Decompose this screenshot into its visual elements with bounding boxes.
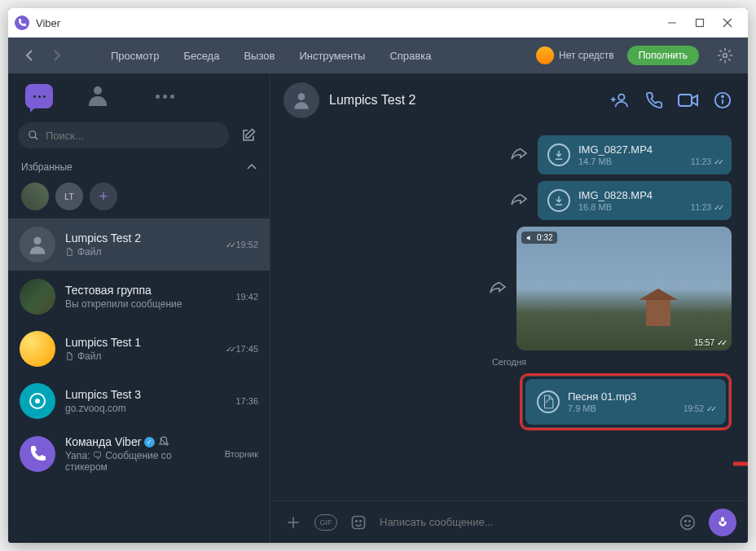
chat-name: Lumpics Test 1 bbox=[65, 336, 216, 349]
chat-list: Lumpics Test 2 Файл ✓✓19:52 Тестовая гру… bbox=[8, 218, 270, 543]
svg-point-11 bbox=[618, 95, 624, 100]
nav-back-button[interactable] bbox=[18, 44, 41, 67]
svg-point-10 bbox=[298, 93, 305, 100]
add-participant-button[interactable] bbox=[608, 88, 632, 112]
file-size: 16.8 MB bbox=[578, 202, 683, 212]
chevron-up-icon bbox=[247, 164, 257, 170]
add-favorite-button[interactable]: + bbox=[90, 183, 117, 210]
chat-item[interactable]: Lumpics Test 1 Файл ✓✓17:45 bbox=[8, 323, 270, 375]
download-icon[interactable] bbox=[547, 189, 570, 212]
svg-point-23 bbox=[360, 520, 362, 522]
menu-view[interactable]: Просмотр bbox=[101, 45, 169, 67]
svg-point-9 bbox=[35, 399, 40, 403]
window-title: Viber bbox=[36, 17, 666, 29]
menu-tools[interactable]: Инструменты bbox=[289, 45, 375, 67]
message-time: 15:57 bbox=[694, 338, 714, 347]
minimize-button[interactable] bbox=[666, 17, 678, 29]
svg-point-25 bbox=[685, 520, 687, 522]
date-divider: Сегодня bbox=[287, 357, 732, 367]
coin-icon bbox=[536, 46, 554, 64]
forward-button[interactable] bbox=[510, 192, 528, 209]
forward-button[interactable] bbox=[489, 280, 507, 298]
favorite-avatar[interactable] bbox=[21, 183, 49, 210]
muted-icon bbox=[158, 436, 169, 447]
video-duration: 0:32 bbox=[521, 231, 557, 244]
chat-preview: Файл bbox=[77, 246, 102, 258]
audio-file-icon bbox=[537, 390, 560, 413]
avatar bbox=[20, 436, 55, 472]
video-call-button[interactable] bbox=[676, 88, 701, 112]
emoji-button[interactable] bbox=[676, 511, 699, 534]
message-time: 11:23 bbox=[691, 203, 711, 212]
favorites-header[interactable]: Избранные bbox=[8, 156, 270, 178]
contact-avatar[interactable] bbox=[284, 82, 319, 118]
menu-chat[interactable]: Беседа bbox=[174, 45, 229, 67]
chat-content: Lumpics Test 2 IMG_0827.MP4 14.7 MB bbox=[270, 73, 748, 543]
svg-point-5 bbox=[29, 131, 36, 138]
menu-help[interactable]: Справка bbox=[380, 45, 441, 67]
titlebar: Viber bbox=[8, 8, 748, 37]
chat-name: Lumpics Test 2 bbox=[65, 231, 216, 245]
chat-item[interactable]: Lumpics Test 3 go.zvooq.com 17:36 bbox=[8, 375, 270, 427]
file-icon bbox=[65, 247, 74, 257]
close-button[interactable] bbox=[722, 17, 733, 29]
chat-name: Команда Viber bbox=[65, 435, 141, 448]
chat-name: Тестовая группа bbox=[65, 284, 226, 297]
sticker-button[interactable] bbox=[347, 511, 370, 534]
search-box[interactable] bbox=[18, 122, 229, 148]
file-icon bbox=[65, 351, 74, 361]
tab-more[interactable] bbox=[148, 80, 181, 112]
svg-point-26 bbox=[689, 520, 691, 522]
chat-time: 19:52 bbox=[235, 240, 258, 249]
message-time: 11:23 bbox=[691, 157, 711, 166]
favorite-avatar[interactable]: LT bbox=[55, 183, 83, 210]
read-checks-icon: ✓✓ bbox=[717, 338, 725, 347]
info-button[interactable] bbox=[710, 88, 735, 112]
download-icon[interactable] bbox=[547, 143, 570, 166]
menu-call[interactable]: Вызов bbox=[234, 45, 284, 67]
attach-button[interactable] bbox=[282, 511, 305, 534]
chat-time: 17:45 bbox=[235, 344, 258, 354]
svg-point-4 bbox=[723, 54, 727, 58]
file-message[interactable]: IMG_0827.MP4 14.7 MB 11:23✓✓ bbox=[538, 135, 732, 174]
video-message[interactable]: 0:32 15:57✓✓ bbox=[516, 227, 732, 350]
balance-indicator[interactable]: Нет средств bbox=[536, 46, 614, 64]
nav-forward-button[interactable] bbox=[46, 44, 68, 67]
chat-item[interactable]: Lumpics Test 2 Файл ✓✓19:52 bbox=[8, 218, 270, 271]
svg-point-22 bbox=[356, 520, 358, 522]
highlighted-message: Песня 01.mp3 7.9 MB 19:52✓✓ bbox=[520, 373, 732, 430]
tab-contacts[interactable] bbox=[81, 80, 114, 112]
topup-button[interactable]: Пополнить bbox=[627, 46, 699, 65]
maximize-button[interactable] bbox=[694, 17, 705, 29]
balance-label: Нет средств bbox=[559, 50, 614, 61]
verified-icon: ✓ bbox=[144, 437, 155, 447]
chat-preview: Вы открепили сообщение bbox=[65, 298, 226, 310]
message-time: 19:52 bbox=[683, 404, 704, 413]
settings-button[interactable] bbox=[712, 42, 738, 68]
tab-chats[interactable] bbox=[23, 80, 55, 112]
compose-button[interactable] bbox=[237, 124, 260, 147]
sidebar: Избранные LT + Lumpics Test 2 Файл ✓✓19:… bbox=[8, 73, 270, 543]
search-input[interactable] bbox=[46, 130, 219, 142]
message-input[interactable] bbox=[380, 516, 666, 528]
chat-preview: Yana: 🗨 Сообщение со стикером bbox=[65, 450, 215, 473]
contact-name[interactable]: Lumpics Test 2 bbox=[329, 93, 415, 108]
svg-point-24 bbox=[681, 515, 695, 529]
forward-button[interactable] bbox=[510, 146, 528, 164]
voice-call-button[interactable] bbox=[642, 88, 666, 112]
audio-file-message[interactable]: Песня 01.mp3 7.9 MB 19:52✓✓ bbox=[525, 379, 726, 425]
avatar bbox=[20, 331, 55, 367]
messages-area[interactable]: IMG_0827.MP4 14.7 MB 11:23✓✓ IMG_0828.MP… bbox=[270, 127, 748, 500]
svg-rect-1 bbox=[697, 20, 704, 27]
gif-button[interactable]: GIF bbox=[314, 514, 337, 531]
file-message[interactable]: IMG_0828.MP4 16.8 MB 11:23✓✓ bbox=[538, 181, 732, 220]
chat-item[interactable]: Тестовая группа Вы открепили сообщение 1… bbox=[8, 271, 270, 323]
file-size: 14.7 MB bbox=[578, 156, 683, 166]
chat-item[interactable]: Команда Viber ✓ Yana: 🗨 Сообщение со сти… bbox=[8, 427, 270, 481]
voice-message-button[interactable] bbox=[709, 509, 736, 536]
message-input-bar: GIF bbox=[270, 500, 748, 543]
chat-header: Lumpics Test 2 bbox=[270, 73, 748, 127]
read-checks-icon: ✓✓ bbox=[714, 157, 722, 166]
file-size: 7.9 MB bbox=[568, 403, 675, 413]
chat-time: 17:36 bbox=[235, 396, 258, 406]
